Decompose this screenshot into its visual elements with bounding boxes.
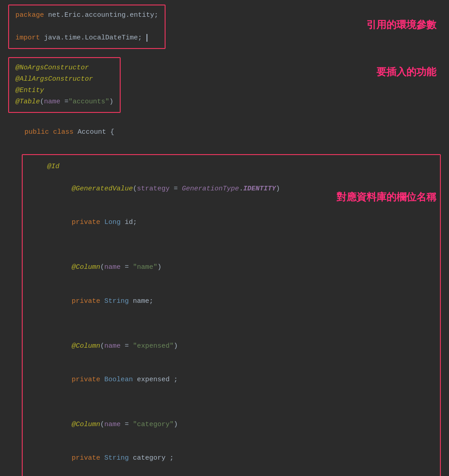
- package-line: package net.Eric.accounting.entity;: [15, 10, 158, 21]
- field-id-annotation1: @Id: [31, 161, 432, 173]
- annotations-and-label: @NoArgsConstructor @AllArgsConstructor @…: [8, 57, 441, 113]
- blank-2: [31, 240, 432, 251]
- field-expensed-decl: private Boolean expensed ;: [31, 363, 432, 397]
- field-expensed-annotation: @Column(name = "expensed"): [31, 330, 432, 363]
- env-params-label: 引用的環境參數: [366, 18, 436, 32]
- field-id-decl: private Long id;: [31, 206, 432, 240]
- import-line: import java.time.LocalDateTime;: [15, 33, 158, 44]
- field-name-annotation: @Column(name = "name"): [31, 251, 432, 285]
- blank-3: [31, 318, 432, 330]
- blank-4: [31, 397, 432, 408]
- annotation-allargs: @AllArgsConstructor: [15, 74, 113, 85]
- field-name-decl: private String name;: [31, 285, 432, 318]
- field-category-decl: private String category ;: [31, 442, 432, 475]
- annotation-entity: @Entity: [15, 85, 113, 97]
- field-category-annotation: @Column(name = "category"): [31, 408, 432, 442]
- annotations-box: @NoArgsConstructor @AllArgsConstructor @…: [8, 57, 121, 113]
- section-insert-feature: @NoArgsConstructor @AllArgsConstructor @…: [8, 57, 441, 149]
- insert-feature-label: 要插入的功能: [376, 65, 436, 79]
- class-declaration-line: public class Account {: [8, 116, 441, 149]
- section-env-params: package net.Eric.accounting.entity; impo…: [8, 5, 441, 49]
- annotation-table: @Table(name ="accounts"): [15, 97, 113, 108]
- package-import-box: package net.Eric.accounting.entity; impo…: [8, 5, 166, 49]
- section-fields: @Id @GeneratedValue(strategy = Generatio…: [8, 154, 441, 476]
- blank-line-1: [15, 21, 158, 33]
- column-names-label: 對應資料庫的欄位名稱: [337, 190, 436, 204]
- annotation-noargs: @NoArgsConstructor: [15, 63, 113, 74]
